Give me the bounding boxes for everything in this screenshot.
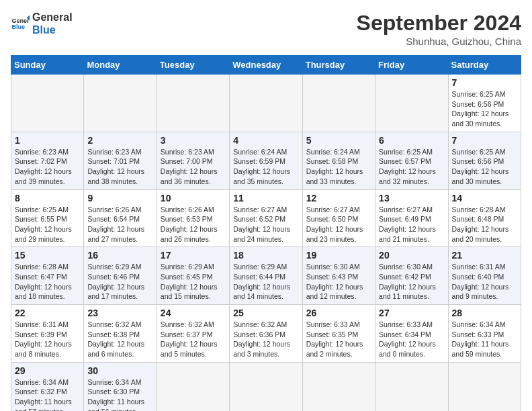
sunrise-text: Sunrise: 6:29 AM	[233, 263, 287, 271]
col-tuesday: Tuesday	[157, 56, 229, 75]
sunset-text: Sunset: 6:56 PM	[452, 157, 504, 165]
day-number: 14	[452, 193, 517, 203]
day-number: 15	[15, 250, 80, 261]
daylight-text: Daylight: 12 hours and 9 minutes.	[452, 283, 509, 301]
table-cell: 13 Sunrise: 6:27 AM Sunset: 6:49 PM Dayl…	[375, 189, 448, 247]
daylight-text: Daylight: 12 hours and 8 minutes.	[15, 340, 72, 358]
location: Shunhua, Guizhou, China	[357, 36, 521, 47]
sunset-text: Sunset: 6:43 PM	[306, 273, 359, 281]
daylight-text: Daylight: 11 hours and 59 minutes.	[452, 340, 509, 358]
calendar-row: 1 Sunrise: 6:23 AM Sunset: 7:02 PM Dayli…	[11, 132, 521, 189]
sunrise-text: Sunrise: 6:25 AM	[379, 148, 433, 156]
sunset-text: Sunset: 6:33 PM	[452, 330, 504, 338]
sunrise-text: Sunrise: 6:30 AM	[306, 263, 360, 271]
day-number: 17	[161, 250, 226, 261]
daylight-text: Daylight: 11 hours and 57 minutes.	[15, 398, 72, 411]
sunset-text: Sunset: 6:49 PM	[379, 215, 431, 223]
table-cell: 28 Sunrise: 6:34 AM Sunset: 6:33 PM Dayl…	[448, 305, 521, 363]
sunrise-text: Sunrise: 6:30 AM	[379, 263, 433, 271]
sunrise-text: Sunrise: 6:28 AM	[452, 205, 506, 214]
day-number: 13	[379, 193, 444, 203]
sunset-text: Sunset: 7:00 PM	[161, 157, 213, 165]
sunset-text: Sunset: 6:54 PM	[87, 215, 140, 223]
sunrise-text: Sunrise: 6:31 AM	[15, 320, 69, 328]
table-cell: 15 Sunrise: 6:28 AM Sunset: 6:47 PM Dayl…	[11, 247, 84, 305]
sunrise-text: Sunrise: 6:27 AM	[379, 205, 433, 214]
table-cell: 9 Sunrise: 6:26 AM Sunset: 6:54 PM Dayli…	[84, 189, 157, 247]
sunrise-text: Sunrise: 6:32 AM	[161, 320, 214, 328]
daylight-text: Daylight: 12 hours and 5 minutes.	[161, 340, 218, 358]
sunset-text: Sunset: 6:32 PM	[15, 387, 67, 396]
daylight-text: Daylight: 12 hours and 30 minutes.	[452, 167, 509, 185]
sunrise-text: Sunrise: 6:24 AM	[306, 148, 360, 156]
sunrise-text: Sunrise: 6:24 AM	[233, 148, 287, 156]
table-cell: 24 Sunrise: 6:32 AM Sunset: 6:37 PM Dayl…	[157, 305, 229, 363]
sunset-text: Sunset: 6:58 PM	[306, 157, 359, 165]
day-number: 21	[452, 250, 517, 261]
sunrise-text: Sunrise: 6:26 AM	[87, 205, 141, 214]
sunrise-text: Sunrise: 6:27 AM	[233, 205, 287, 214]
calendar-row: 15 Sunrise: 6:28 AM Sunset: 6:47 PM Dayl…	[11, 247, 521, 305]
sunset-text: Sunset: 6:35 PM	[306, 330, 359, 338]
sunrise-text: Sunrise: 6:25 AM	[15, 205, 69, 214]
sunset-text: Sunset: 6:36 PM	[233, 330, 285, 338]
day-number: 24	[161, 308, 226, 318]
col-saturday: Saturday	[448, 56, 521, 75]
daylight-text: Daylight: 12 hours and 26 minutes.	[161, 225, 218, 243]
daylight-text: Daylight: 12 hours and 11 minutes.	[379, 283, 436, 301]
table-cell	[302, 75, 375, 132]
daylight-text: Daylight: 12 hours and 30 minutes.	[452, 109, 509, 128]
sunrise-text: Sunrise: 6:34 AM	[87, 378, 141, 386]
day-number: 26	[306, 308, 371, 318]
col-monday: Monday	[84, 56, 157, 75]
table-cell: 2 Sunrise: 6:23 AM Sunset: 7:01 PM Dayli…	[84, 132, 157, 189]
sunrise-text: Sunrise: 6:27 AM	[306, 205, 360, 214]
table-cell	[157, 362, 229, 411]
sunset-text: Sunset: 6:45 PM	[161, 273, 213, 281]
table-cell: 20 Sunrise: 6:30 AM Sunset: 6:42 PM Dayl…	[375, 247, 448, 305]
day-number: 4	[233, 135, 298, 146]
sunrise-text: Sunrise: 6:23 AM	[161, 148, 214, 156]
table-cell: 29 Sunrise: 6:34 AM Sunset: 6:32 PM Dayl…	[11, 362, 84, 411]
day-number: 25	[233, 308, 298, 318]
daylight-text: Daylight: 12 hours and 38 minutes.	[87, 167, 144, 185]
day-number: 16	[87, 250, 152, 261]
table-cell	[11, 75, 84, 132]
table-cell: 7 Sunrise: 6:25 AM Sunset: 6:56 PM Dayli…	[448, 75, 521, 132]
sunrise-text: Sunrise: 6:29 AM	[87, 263, 141, 271]
daylight-text: Daylight: 12 hours and 23 minutes.	[306, 225, 363, 243]
table-cell: 26 Sunrise: 6:33 AM Sunset: 6:35 PM Dayl…	[302, 305, 375, 363]
sunset-text: Sunset: 6:39 PM	[15, 330, 67, 338]
day-number: 11	[233, 193, 298, 203]
daylight-text: Daylight: 12 hours and 39 minutes.	[15, 167, 72, 185]
sunset-text: Sunset: 6:47 PM	[15, 273, 67, 281]
daylight-text: Daylight: 12 hours and 2 minutes.	[306, 340, 363, 358]
calendar-row: 22 Sunrise: 6:31 AM Sunset: 6:39 PM Dayl…	[11, 305, 521, 363]
title-block: September 2024 Shunhua, Guizhou, China	[357, 11, 521, 47]
col-thursday: Thursday	[302, 56, 375, 75]
sunset-text: Sunset: 6:44 PM	[233, 273, 285, 281]
table-cell: 14 Sunrise: 6:28 AM Sunset: 6:48 PM Dayl…	[448, 189, 521, 247]
month-title: September 2024	[357, 11, 521, 36]
daylight-text: Daylight: 12 hours and 3 minutes.	[233, 340, 290, 358]
daylight-text: Daylight: 11 hours and 56 minutes.	[87, 398, 144, 411]
day-number: 1	[15, 135, 80, 146]
table-cell: 11 Sunrise: 6:27 AM Sunset: 6:52 PM Dayl…	[230, 189, 302, 247]
table-cell	[448, 362, 521, 411]
calendar-header-row: Sunday Monday Tuesday Wednesday Thursday…	[11, 56, 521, 75]
day-number: 30	[87, 365, 152, 376]
day-number: 23	[87, 308, 152, 318]
table-cell	[230, 362, 302, 411]
svg-text:Blue: Blue	[11, 24, 25, 31]
daylight-text: Daylight: 12 hours and 20 minutes.	[452, 225, 509, 243]
sunrise-text: Sunrise: 6:25 AM	[452, 148, 506, 156]
sunset-text: Sunset: 6:55 PM	[15, 215, 67, 223]
page-header: General Blue General Blue September 2024…	[11, 11, 521, 47]
table-cell: 12 Sunrise: 6:27 AM Sunset: 6:50 PM Dayl…	[302, 189, 375, 247]
col-sunday: Sunday	[11, 56, 84, 75]
day-number: 6	[379, 135, 444, 146]
table-cell	[157, 75, 229, 132]
sunset-text: Sunset: 6:37 PM	[161, 330, 213, 338]
daylight-text: Daylight: 12 hours and 21 minutes.	[379, 225, 436, 243]
daylight-text: Daylight: 12 hours and 12 minutes.	[306, 283, 363, 301]
